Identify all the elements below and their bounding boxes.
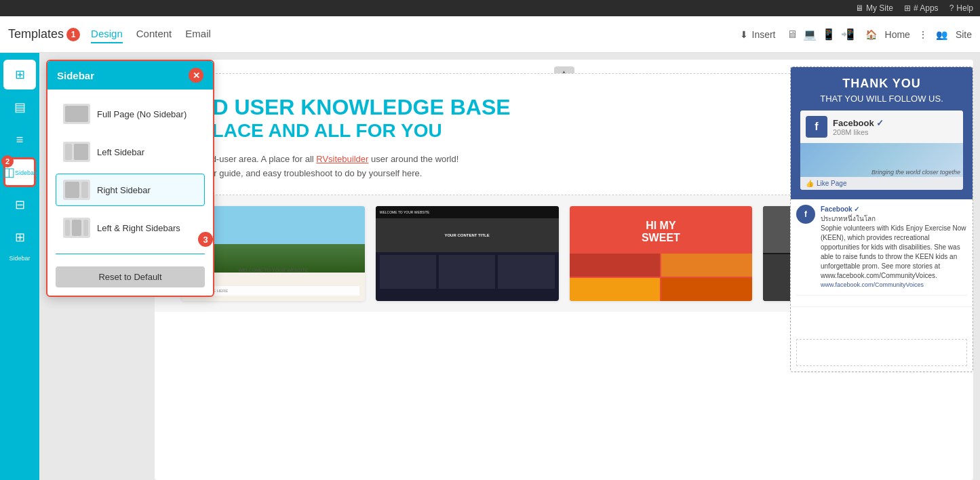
hero-link[interactable]: RVsitebuilder bbox=[316, 154, 368, 164]
fb-post-lang: ประเภทหนึ่งในโลก bbox=[821, 214, 967, 224]
fb-like-label[interactable]: Like Page bbox=[817, 180, 846, 187]
reset-to-default-button[interactable]: Reset to Default bbox=[56, 266, 205, 287]
verified-icon: ✓ bbox=[876, 118, 884, 128]
fb-post-avatar: f bbox=[796, 205, 815, 224]
thumb-col-main2 bbox=[65, 182, 79, 198]
step1-badge: 1 bbox=[66, 28, 80, 41]
home-label[interactable]: Home bbox=[885, 29, 910, 40]
tmpl2-bg: WELCOME TO YOUR WEBSITE YOUR CONTENT TIT… bbox=[376, 206, 559, 301]
tmpl2-hero: YOUR CONTENT TITLE bbox=[376, 218, 559, 252]
sidebar-popup-header: Sidebar ✕ bbox=[47, 61, 213, 89]
template-card-2[interactable]: WELCOME TO YOUR WEBSITE YOUR CONTENT TIT… bbox=[376, 206, 559, 301]
site-label[interactable]: Site bbox=[956, 29, 972, 40]
fb-page-name: Facebook ✓ bbox=[833, 118, 884, 128]
monitor-icon: 🖥 bbox=[855, 3, 863, 13]
layout-label-right: Right Sidebar bbox=[97, 185, 151, 195]
thumb-col-side3 bbox=[65, 220, 70, 236]
sidebar-popup-close-button[interactable]: ✕ bbox=[189, 68, 203, 83]
help-nav[interactable]: ? Help bbox=[949, 3, 973, 13]
grid-icon: ⊞ bbox=[904, 3, 911, 13]
tmpl3-grid bbox=[570, 254, 753, 301]
layout-option-right[interactable]: Right Sidebar bbox=[56, 174, 205, 206]
hero-description: llder end-user area. A place for all RVs… bbox=[182, 153, 640, 181]
tmpl2-header: WELCOME TO YOUR WEBSITE bbox=[376, 206, 559, 218]
sidebar-icon-menu[interactable]: ≡ bbox=[3, 125, 36, 155]
tmpl3-cell4 bbox=[661, 278, 752, 301]
fb-title: THANK YOU bbox=[800, 77, 963, 91]
fb-card: f Facebook ✓ 208M likes Bringing the wor… bbox=[800, 111, 963, 190]
thumb-col bbox=[65, 106, 88, 122]
fb-post-content: Facebook ✓ ประเภทหนึ่งในโลก Sophie volun… bbox=[821, 205, 967, 289]
step2-badge: 2 bbox=[1, 155, 14, 167]
sidebar-icons: ⊞ ▤ ≡ 2 ◫ Sidebar ⊟ ⊞ bbox=[0, 53, 39, 480]
fb-likes-count: 208M likes bbox=[833, 128, 884, 136]
fb-post-item: f Facebook ✓ ประเภทหนึ่งในโลก Sophie vol… bbox=[796, 205, 967, 296]
layout-label-full: Full Page (No Sidebar) bbox=[97, 109, 187, 119]
sidebar-icon-layout[interactable]: ⊟ bbox=[3, 190, 36, 220]
sidebar-icon-plus[interactable]: ⊞ bbox=[3, 222, 36, 252]
header-right: ⬇ Insert 🖥 💻 📱 📲 🏠 Home ⋮ 👥 Site bbox=[740, 28, 973, 41]
desktop-icon[interactable]: 🖥 bbox=[787, 28, 798, 41]
template-card-3[interactable]: HI MYSWEET bbox=[570, 206, 753, 301]
fb-card-info: Facebook ✓ 208M likes bbox=[833, 118, 884, 136]
fb-bottom-bar2 bbox=[796, 339, 967, 366]
fb-post-link[interactable]: www.facebook.com/CommunityVoices bbox=[821, 281, 967, 289]
insert-icon: ⬇ bbox=[740, 29, 748, 40]
tmpl3-bg: HI MYSWEET bbox=[570, 206, 753, 301]
thumb-col-side4 bbox=[83, 220, 88, 236]
tablet-icon[interactable]: 📱 bbox=[822, 28, 836, 41]
more-icon[interactable]: ⋮ bbox=[918, 29, 928, 40]
layout-option-both[interactable]: Left & Right Sidebars bbox=[56, 212, 205, 244]
thumb-col-main bbox=[74, 144, 88, 160]
header-nav: 🏠 Home ⋮ 👥 Site bbox=[865, 29, 972, 40]
fb-post-body: Sophie volunteers with Kids Enjoy Exerci… bbox=[821, 224, 967, 281]
sidebar-label-text: Sidebar bbox=[0, 254, 39, 263]
tab-content[interactable]: Content bbox=[136, 25, 172, 43]
tmpl3-cell3 bbox=[570, 278, 661, 301]
device-icons: 🖥 💻 📱 📲 bbox=[787, 28, 855, 41]
tmpl2-col3 bbox=[498, 255, 554, 289]
tmpl3-text: HI MYSWEET bbox=[642, 220, 680, 244]
layout-thumb-right bbox=[63, 180, 90, 200]
fb-card-header: f Facebook ✓ 208M likes bbox=[800, 111, 963, 143]
people-icon: 👥 bbox=[936, 29, 947, 40]
sidebar-icon-label: Sidebar bbox=[15, 169, 36, 176]
header: Templates 1 Design Content Email ⬇ Inser… bbox=[0, 16, 980, 53]
mobile-icon[interactable]: 📲 bbox=[841, 28, 855, 41]
sidebar-icon-pages[interactable]: ⊞ bbox=[3, 60, 36, 89]
template-thumb-2: WELCOME TO YOUR WEBSITE YOUR CONTENT TIT… bbox=[376, 206, 559, 301]
tmpl2-col1 bbox=[380, 255, 436, 289]
sidebar-popup-body: Full Page (No Sidebar) Left Sidebar bbox=[47, 89, 213, 296]
header-tabs: Design Content Email bbox=[91, 25, 211, 43]
tmpl2-col2 bbox=[439, 255, 495, 289]
layout-option-left[interactable]: Left Sidebar bbox=[56, 136, 205, 168]
sidebar-icon-sidebar[interactable]: 2 ◫ Sidebar bbox=[3, 157, 36, 187]
thumb-col-side bbox=[65, 144, 72, 160]
fb-widget: THANK YOU THAT YOU WILL FOLLOW US. f Fac… bbox=[791, 67, 973, 199]
fb-like-bar: 👍 Like Page bbox=[800, 177, 963, 190]
tmpl3-cell1 bbox=[570, 254, 661, 277]
popup-divider bbox=[56, 254, 205, 254]
tab-design[interactable]: Design bbox=[91, 25, 123, 43]
fb-logo: f bbox=[806, 116, 827, 138]
main-area: ⊞ ▤ ≡ 2 ◫ Sidebar ⊟ ⊞ Sidebar Sidebar ✕ bbox=[0, 53, 980, 480]
laptop-icon[interactable]: 💻 bbox=[803, 28, 817, 41]
layout-label-left: Left Sidebar bbox=[97, 147, 144, 157]
thumb-col-main3 bbox=[72, 220, 81, 236]
tab-email[interactable]: Email bbox=[185, 25, 211, 43]
right-panel: THANK YOU THAT YOU WILL FOLLOW US. f Fac… bbox=[790, 66, 973, 372]
template-thumb-3: HI MYSWEET bbox=[570, 206, 753, 301]
layout-option-full[interactable]: Full Page (No Sidebar) bbox=[56, 98, 205, 130]
fb-post-name: Facebook ✓ bbox=[821, 205, 859, 213]
tmpl2-content bbox=[376, 252, 559, 292]
insert-button[interactable]: ⬇ Insert bbox=[740, 29, 776, 40]
fb-subtitle: THAT YOU WILL FOLLOW US. bbox=[800, 94, 963, 104]
apps-nav[interactable]: ⊞ # Apps bbox=[904, 3, 939, 13]
mysite-nav[interactable]: 🖥 My Site bbox=[855, 3, 893, 13]
fb-map: Bringing the world closer togethe bbox=[800, 143, 963, 177]
layout-thumb-full bbox=[63, 104, 90, 124]
sidebar-icon-sections[interactable]: ▤ bbox=[3, 92, 36, 122]
tmpl3-cell2 bbox=[661, 254, 752, 277]
fb-bottom-bar bbox=[791, 306, 973, 334]
fb-posts: f Facebook ✓ ประเภทหนึ่งในโลก Sophie vol… bbox=[791, 199, 973, 306]
